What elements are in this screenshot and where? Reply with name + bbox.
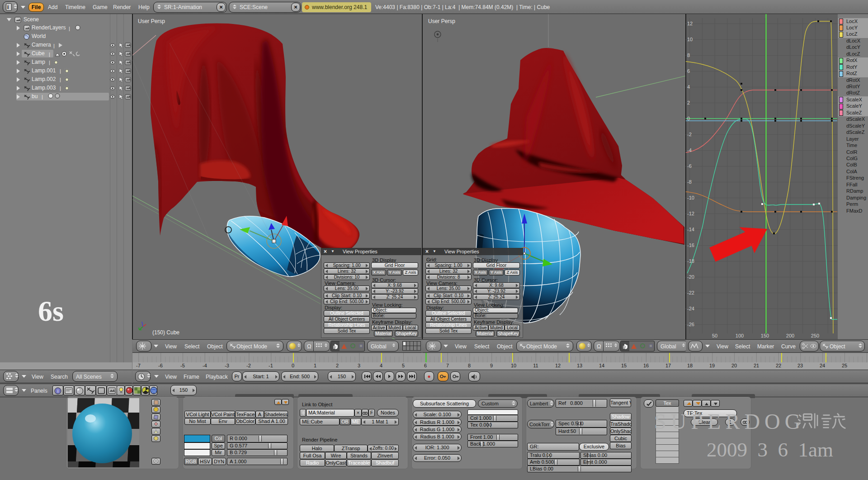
svg-text:10: 10 — [511, 363, 516, 368]
svg-text:7: 7 — [446, 363, 449, 368]
svg-text:50: 50 — [712, 333, 717, 338]
svg-text:-3: -3 — [225, 363, 229, 368]
svg-text:-18: -18 — [687, 258, 694, 264]
svg-text:5: 5 — [402, 363, 405, 368]
svg-text:2: 2 — [687, 100, 690, 105]
svg-text:15: 15 — [621, 363, 627, 368]
svg-text:i: i — [57, 389, 58, 394]
svg-text:-12: -12 — [687, 211, 694, 216]
svg-text:-2: -2 — [246, 363, 251, 368]
svg-text:8: 8 — [468, 363, 471, 368]
svg-text:9: 9 — [490, 363, 493, 368]
svg-text:-2: -2 — [687, 132, 692, 137]
svg-text:6: 6 — [687, 68, 690, 74]
svg-text:100: 100 — [736, 333, 744, 338]
svg-text:4: 4 — [380, 363, 382, 368]
svg-text:150: 150 — [761, 333, 769, 338]
svg-text:22: 22 — [776, 363, 781, 368]
svg-text:2: 2 — [336, 363, 339, 368]
svg-text:3: 3 — [358, 363, 360, 368]
svg-text:12: 12 — [687, 21, 693, 26]
svg-text:16: 16 — [643, 363, 649, 368]
svg-text:19: 19 — [709, 363, 715, 368]
svg-text:-14: -14 — [687, 227, 694, 232]
svg-text:-26: -26 — [687, 322, 694, 327]
svg-text:21: 21 — [754, 363, 759, 368]
svg-text:-22: -22 — [687, 290, 694, 295]
svg-text:13: 13 — [577, 363, 582, 368]
svg-text:-16: -16 — [687, 242, 694, 248]
svg-text:1: 1 — [314, 363, 316, 368]
svg-text:-24: -24 — [687, 306, 694, 311]
svg-text:0: 0 — [687, 116, 690, 121]
svg-text:6: 6 — [424, 363, 427, 368]
svg-text:10: 10 — [687, 37, 693, 42]
svg-text:8: 8 — [687, 52, 690, 58]
svg-text:-1: -1 — [269, 363, 273, 368]
svg-text:-6: -6 — [158, 363, 163, 368]
svg-text:14: 14 — [599, 363, 604, 368]
svg-text:17: 17 — [665, 363, 671, 368]
svg-text:0: 0 — [292, 363, 294, 368]
svg-text:24: 24 — [820, 363, 825, 368]
svg-text:-8: -8 — [687, 179, 692, 185]
svg-text:18: 18 — [687, 363, 693, 368]
svg-text:-10: -10 — [687, 195, 694, 200]
svg-text:-4: -4 — [687, 147, 692, 153]
svg-text:-7: -7 — [136, 363, 141, 368]
svg-text:25: 25 — [842, 363, 847, 368]
svg-text:11: 11 — [533, 363, 538, 368]
svg-text:-20: -20 — [687, 274, 694, 280]
svg-text:23: 23 — [797, 363, 803, 368]
svg-text:250: 250 — [811, 333, 819, 338]
svg-text:20: 20 — [731, 363, 737, 368]
svg-text:-6: -6 — [687, 163, 692, 169]
svg-text:12: 12 — [555, 363, 561, 368]
svg-text:4: 4 — [687, 84, 690, 90]
svg-text:-5: -5 — [180, 363, 185, 368]
svg-text:200: 200 — [786, 333, 794, 338]
svg-text:-4: -4 — [203, 363, 207, 368]
